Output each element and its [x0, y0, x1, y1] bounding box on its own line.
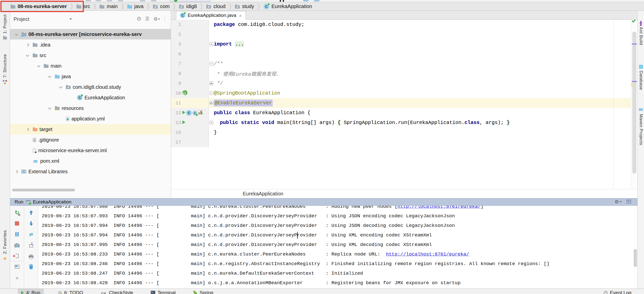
- close-icon[interactable]: [238, 13, 242, 18]
- chevron-down-icon[interactable]: [15, 32, 18, 35]
- clipped-toolbar-icon: [96, 0, 101, 2]
- breadcrumb-item-study[interactable]: study: [233, 4, 256, 9]
- breadcrumb-item-java[interactable]: java: [126, 4, 145, 9]
- tree-item-microservice-eureka-server-iml[interactable]: microservice-eureka-server.iml: [10, 145, 171, 156]
- chevron-right-icon[interactable]: [15, 170, 18, 173]
- stop-button[interactable]: [10, 218, 24, 229]
- breadcrumb-item-main[interactable]: main: [98, 4, 119, 9]
- tree-item-application-yml[interactable]: application.yml: [10, 113, 171, 124]
- chevron-down-icon[interactable]: [26, 53, 29, 57]
- up-button[interactable]: [24, 207, 38, 218]
- tree-item-external-libraries[interactable]: External Libraries: [10, 166, 171, 177]
- project-view-selector[interactable]: Project: [14, 16, 72, 22]
- breadcrumb-item-eurekaapplication[interactable]: EurekaApplication: [262, 4, 313, 9]
- stripe-mark[interactable]: [632, 81, 637, 82]
- impl-marker-gutter-button[interactable]: [198, 110, 203, 116]
- pause-button[interactable]: [10, 229, 24, 240]
- down-button[interactable]: [24, 218, 38, 229]
- chevron-right-icon[interactable]: [26, 43, 29, 47]
- tree-item-resources[interactable]: resources: [10, 103, 171, 113]
- statusbar-button-terminal[interactable]: Terminal: [147, 289, 179, 294]
- tree-item-gitignore[interactable]: .gitignore: [10, 135, 171, 145]
- chevron-down-icon[interactable]: [48, 106, 51, 109]
- scrollbar-thumb[interactable]: [12, 189, 75, 191]
- settings-button[interactable]: [153, 17, 160, 22]
- chevron-down-icon[interactable]: [37, 64, 40, 67]
- print-button[interactable]: [24, 250, 38, 261]
- code-line-content: public class EurekaApplication {: [209, 108, 637, 118]
- tree-item-pom-xml[interactable]: pom.xml: [10, 156, 171, 166]
- boot-class-gutter-button[interactable]: [186, 110, 192, 116]
- database-icon: [639, 65, 643, 69]
- breadcrumb-class-name: EurekaApplication: [243, 191, 283, 197]
- statusbar-button-event-log[interactable]: Event Log: [600, 289, 635, 294]
- tool-window-tab-ant-build[interactable]: Ant Build: [638, 20, 643, 45]
- statusbar-button-4-run[interactable]: 4: Run: [18, 289, 44, 294]
- project-horizontal-scrollbar[interactable]: [12, 188, 169, 192]
- fold-plus-icon[interactable]: [210, 121, 213, 124]
- fold-minus-icon[interactable]: [210, 91, 213, 95]
- fold-minus-icon[interactable]: [210, 62, 213, 66]
- boot-class-small-gutter-button[interactable]: [192, 110, 197, 115]
- tree-item-eurekaapplication[interactable]: EurekaApplication: [10, 92, 171, 103]
- run-console-output[interactable]: 2019-06-23 16:53:07.988 INFO 14496 --- […: [38, 206, 637, 288]
- exit-button[interactable]: [10, 250, 24, 261]
- editor-tab-eurekaapplication[interactable]: EurekaApplication.java: [176, 11, 246, 20]
- breadcrumb-item-com[interactable]: com: [151, 4, 171, 9]
- fold-plus-icon[interactable]: [210, 42, 213, 46]
- tree-item-java[interactable]: java: [10, 71, 171, 82]
- editor-scrollbar-thumb[interactable]: [632, 32, 636, 174]
- fold-up-icon[interactable]: [210, 101, 213, 105]
- run-triangle-gutter-button[interactable]: [182, 111, 185, 115]
- tool-window-tab-2-favorites[interactable]: 2: Favorites: [3, 230, 8, 261]
- tree-item-com-idig8-cloud-study[interactable]: com.idig8.cloud.study: [10, 82, 171, 92]
- thread-dump-button[interactable]: [10, 240, 24, 250]
- gear-caret-button[interactable]: [615, 199, 622, 205]
- statusbar-button-spring[interactable]: Spring: [190, 289, 217, 294]
- tool-window-tab-7-structure[interactable]: 7: Structure: [3, 54, 8, 84]
- tree-item-target[interactable]: target: [10, 124, 171, 135]
- run-play-icon: [21, 291, 24, 294]
- clear-button[interactable]: [24, 261, 38, 272]
- breadcrumb-item-08-ms-eureka-server[interactable]: 08-ms-eureka-server: [9, 4, 68, 9]
- code-segment: run: [398, 120, 407, 125]
- statusbar-button-6-todo[interactable]: 6: TODO: [54, 289, 87, 294]
- code-editor[interactable]: 1package com.idig8.cloud.study;23import …: [171, 20, 637, 189]
- run-triangle-gutter-button[interactable]: [182, 120, 185, 125]
- console-scrollbar-thumb[interactable]: [634, 249, 637, 267]
- tree-item-08-ms-eureka-server-microservice-eureka-serv[interactable]: 08-ms-eureka-server [microservice-eureka…: [10, 29, 171, 39]
- statusbar-button-checkstyle[interactable]: CheckStyle: [97, 289, 137, 294]
- more-button[interactable]: [10, 272, 24, 283]
- dock-down-button[interactable]: [627, 199, 631, 205]
- spring-bean-gutter-button[interactable]: [182, 90, 187, 96]
- console-link[interactable]: http://localhost:8761/eureka/: [386, 251, 469, 257]
- chevron-right-icon[interactable]: [26, 128, 29, 131]
- stripe-mark[interactable]: [632, 44, 637, 45]
- tool-window-tab-1-project[interactable]: 1: Project: [3, 14, 8, 39]
- collapse-all-button[interactable]: [145, 17, 149, 21]
- code-line-content: package com.idig8.cloud.study;: [209, 20, 637, 29]
- chevron-down-icon[interactable]: [48, 74, 51, 78]
- breadcrumb-item-cloud[interactable]: cloud: [205, 4, 227, 9]
- cycle-button[interactable]: [24, 229, 38, 240]
- breadcrumb-item-idig8[interactable]: idig8: [178, 4, 198, 9]
- line-number: 13: [171, 120, 181, 125]
- tree-chevron-slot: [68, 94, 75, 101]
- breadcrumb-item-src[interactable]: src: [75, 4, 92, 9]
- fold-up-icon[interactable]: [210, 81, 213, 85]
- restore-layout-button[interactable]: [10, 261, 24, 272]
- tool-window-tab-database[interactable]: Database: [638, 65, 643, 90]
- tool-window-tab-label: Maven Projects: [638, 114, 643, 145]
- editor-bottom-breadcrumb[interactable]: EurekaApplication: [171, 189, 637, 198]
- right-tool-strip: Ant BuildDatabaseMaven Projects: [637, 11, 644, 288]
- tree-item-src[interactable]: src: [10, 50, 171, 61]
- import-button[interactable]: [24, 240, 38, 250]
- console-link[interactable]: http://localhost:8761/eureka/: [397, 206, 481, 209]
- chevron-down-icon[interactable]: [59, 85, 62, 88]
- locate-button[interactable]: [137, 17, 141, 22]
- tree-item-main[interactable]: main: [10, 61, 171, 71]
- rerun-button[interactable]: [10, 207, 24, 218]
- tree-item-idea[interactable]: .idea: [10, 39, 171, 50]
- folder-project-icon: [22, 33, 26, 36]
- tool-window-tab-maven-projects[interactable]: Maven Projects: [638, 106, 644, 145]
